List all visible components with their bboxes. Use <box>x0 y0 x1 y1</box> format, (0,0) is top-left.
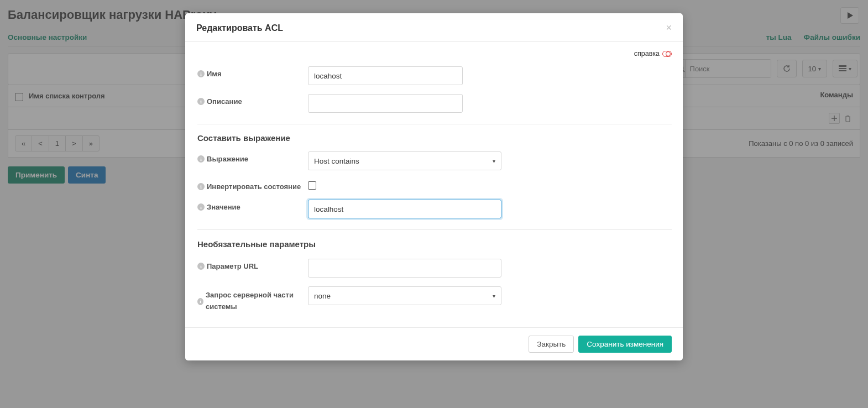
info-icon[interactable]: i <box>197 263 205 270</box>
save-button[interactable]: Сохранить изменения <box>578 336 672 353</box>
backend-select[interactable]: none ▾ <box>308 286 501 305</box>
optional-section-heading: Необязательные параметры <box>197 239 672 250</box>
value-input[interactable] <box>308 200 501 218</box>
divider <box>197 124 672 124</box>
divider <box>197 229 672 230</box>
help-text: справка <box>634 50 660 57</box>
modal-body: справка i Имя i Описание Составить выраж… <box>185 42 683 327</box>
help-toggle-icon <box>662 51 672 57</box>
field-expression: i Выражение Host contains ▾ <box>197 147 672 175</box>
backend-value: none <box>314 292 331 300</box>
info-icon[interactable]: i <box>197 298 203 305</box>
field-backend-request: i Запрос серверной части системы none ▾ <box>197 282 672 317</box>
expression-section-heading: Составить выражение <box>197 133 672 143</box>
info-icon[interactable]: i <box>197 98 205 105</box>
invert-label: Инвертировать состояние <box>207 182 301 191</box>
field-url-param: i Параметр URL <box>197 254 672 282</box>
modal-title: Редактировать ACL <box>196 23 283 33</box>
name-input[interactable] <box>308 66 463 85</box>
edit-acl-modal: Редактировать ACL × справка i Имя i Опис… <box>185 13 683 360</box>
field-invert: i Инвертировать состояние <box>197 175 672 195</box>
backend-label: Запрос серверной части системы <box>206 290 308 313</box>
field-description: i Описание <box>197 90 672 117</box>
field-value: i Значение <box>197 195 672 223</box>
info-icon[interactable]: i <box>197 183 205 190</box>
description-input[interactable] <box>308 94 463 113</box>
info-icon[interactable]: i <box>197 70 205 77</box>
description-label: Описание <box>207 97 242 106</box>
modal-header: Редактировать ACL × <box>185 13 683 42</box>
name-label: Имя <box>207 70 222 78</box>
expression-select[interactable]: Host contains ▾ <box>308 151 501 170</box>
help-link[interactable]: справка <box>197 50 672 57</box>
close-button[interactable]: × <box>666 22 672 34</box>
url-param-input[interactable] <box>308 259 501 278</box>
expression-label: Выражение <box>207 155 248 163</box>
caret-down-icon: ▾ <box>493 158 495 164</box>
value-label: Значение <box>207 203 240 211</box>
close-modal-button[interactable]: Закрыть <box>529 336 574 353</box>
caret-down-icon: ▾ <box>493 293 495 299</box>
field-name: i Имя <box>197 62 672 90</box>
info-icon[interactable]: i <box>197 203 205 211</box>
url-param-label: Параметр URL <box>207 262 258 270</box>
info-icon[interactable]: i <box>197 155 205 163</box>
modal-footer: Закрыть Сохранить изменения <box>185 327 683 360</box>
expression-value: Host contains <box>314 157 359 165</box>
invert-checkbox[interactable] <box>308 181 316 190</box>
